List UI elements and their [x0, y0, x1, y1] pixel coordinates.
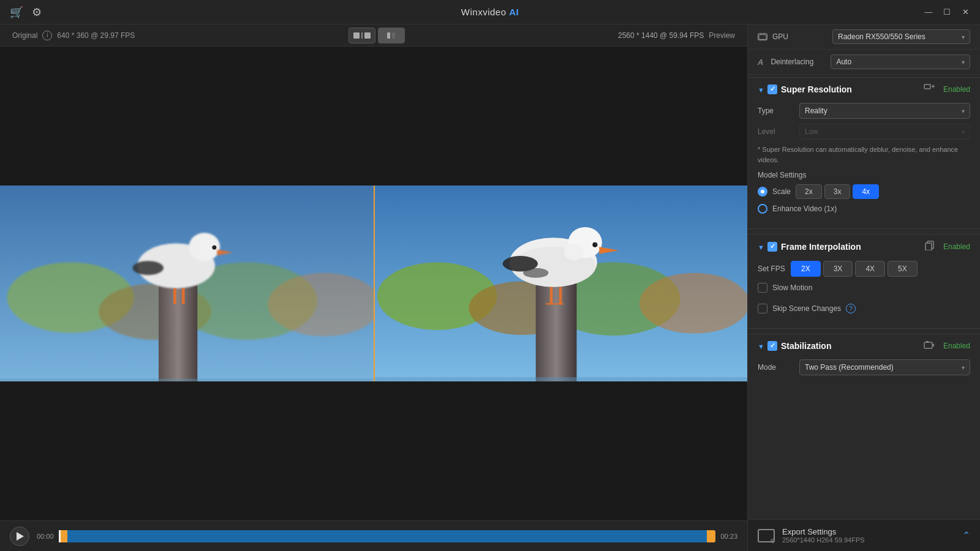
fps-2x-button[interactable]: 2X [791, 261, 821, 277]
stabilization-collapse[interactable]: ▼ [758, 343, 764, 349]
timeline-track[interactable] [59, 530, 716, 542]
video-left-inner [0, 186, 374, 381]
video-info-right: 2560 * 1440 @ 59.94 FPS Preview [618, 31, 735, 40]
fps-3x-button[interactable]: 3X [823, 261, 853, 277]
half-left [387, 32, 390, 39]
svg-point-31 [523, 268, 548, 278]
export-icon-wrap: ⚙ [758, 529, 775, 542]
half-view-button[interactable] [378, 28, 405, 43]
export-title: Export Settings [782, 527, 955, 536]
split-view-button[interactable] [349, 28, 375, 43]
enhance-label: Enhance Video (1x) [772, 204, 837, 213]
export-settings[interactable]: ⚙ Export Settings 2560*1440 H264 59.94FP… [748, 519, 980, 551]
svg-rect-39 [761, 39, 762, 40]
timeline-container: 00:00 00:23 [37, 530, 737, 542]
fps-4x-button[interactable]: 4X [855, 261, 885, 277]
enhance-row: Enhance Video (1x) [758, 204, 970, 214]
deinterlacing-chevron: ▾ [962, 59, 965, 66]
super-resolution-note: * Super Resolution can automatically deb… [758, 144, 970, 165]
level-label: Level [758, 127, 794, 136]
svg-rect-44 [924, 342, 932, 348]
time-end: 00:23 [720, 533, 737, 540]
deinterlace-icon: A [758, 58, 763, 67]
close-button[interactable]: ✕ [960, 7, 970, 17]
scale-2x-button[interactable]: 2x [796, 184, 822, 199]
model-settings-label: Model Settings [758, 171, 970, 179]
svg-rect-40 [764, 39, 765, 40]
enhance-radio[interactable] [758, 204, 767, 214]
svg-rect-32 [550, 287, 553, 305]
skip-scene-checkbox[interactable] [758, 304, 767, 313]
skip-scene-help-icon[interactable]: ? [846, 304, 856, 313]
super-resolution-collapse[interactable]: ▼ [758, 86, 764, 92]
super-resolution-title: Super Resolution [781, 84, 920, 94]
video-right [374, 186, 747, 381]
level-row: Level Low ▾ [758, 124, 970, 140]
svg-point-26 [564, 243, 584, 260]
skip-scene-label: Skip Scene Changes [772, 304, 841, 313]
info-icon[interactable]: i [42, 31, 52, 40]
frame-interpolation-checkbox[interactable]: ✓ [767, 242, 777, 252]
video-divider[interactable] [374, 186, 375, 381]
minimize-button[interactable]: — [924, 7, 933, 17]
video-left-svg [0, 186, 374, 381]
mode-dropdown[interactable]: Two Pass (Recommended) ▾ [799, 359, 970, 375]
settings-icon[interactable]: ⚙ [32, 6, 42, 19]
super-resolution-checkbox[interactable]: ✓ [767, 84, 777, 94]
svg-rect-5 [159, 280, 197, 381]
type-row: Type Reality ▾ [758, 103, 970, 119]
stabilization-camera-icon[interactable] [924, 340, 935, 351]
app-title: Winxvideo AI [461, 7, 519, 17]
scale-radio-label: Scale [772, 187, 791, 196]
mode-label: Mode [758, 363, 794, 372]
frame-interpolation-collapse[interactable]: ▼ [758, 244, 764, 250]
title-bar-left-icons: 🛒 ⚙ [10, 6, 42, 19]
output-specs: 2560 * 1440 @ 59.94 FPS [618, 31, 704, 40]
gpu-row: GPU Radeon RX550/550 Series ▾ [748, 24, 980, 50]
svg-point-28 [592, 242, 597, 247]
type-value: Reality [805, 107, 827, 115]
svg-rect-34 [546, 303, 554, 304]
stabilization-mode-row: Mode Two Pass (Recommended) ▾ [758, 359, 970, 375]
super-resolution-header: ▼ ✓ Super Resolution Enabled [748, 77, 980, 99]
level-value: Low [805, 127, 818, 136]
deinterlacing-label: Deinterlacing [771, 58, 826, 66]
gpu-dropdown[interactable]: Radeon RX550/550 Series ▾ [832, 29, 970, 44]
timeline-right-handle[interactable] [707, 530, 715, 542]
svg-point-12 [132, 261, 164, 275]
play-icon [17, 532, 24, 541]
view-btn-rect2 [364, 32, 371, 39]
fps-5x-button[interactable]: 5X [888, 261, 918, 277]
video-area: Original i 640 * 360 @ 29.97 FPS 2560 * … [0, 24, 747, 551]
right-panel: GPU Radeon RX550/550 Series ▾ A Deinterl… [747, 24, 980, 551]
export-details: 2560*1440 H264 59.94FPS [782, 536, 955, 544]
scale-radio[interactable] [758, 187, 767, 197]
super-resolution-expand-icon[interactable] [924, 84, 935, 94]
timeline-playhead[interactable] [59, 530, 61, 542]
export-gear-icon: ⚙ [770, 538, 777, 545]
svg-rect-46 [926, 341, 929, 343]
play-button[interactable] [10, 527, 29, 546]
video-frame [0, 186, 747, 381]
svg-rect-22 [374, 377, 747, 381]
type-label: Type [758, 107, 794, 115]
gpu-value: Radeon RX550/550 Series [838, 32, 925, 41]
cart-icon[interactable]: 🛒 [10, 6, 23, 19]
frame-interpolation-header: ▼ ✓ Frame Interpolation Enabled [748, 234, 980, 257]
scale-3x-button[interactable]: 3x [824, 184, 851, 199]
stabilization-checkbox[interactable]: ✓ [767, 341, 777, 351]
deinterlacing-row: A Deinterlacing Auto ▾ [748, 50, 980, 75]
export-expand-icon[interactable]: ⌃ [962, 530, 970, 541]
maximize-button[interactable]: ☐ [942, 7, 952, 17]
level-dropdown[interactable]: Low ▾ [799, 124, 970, 140]
slow-motion-checkbox[interactable] [758, 283, 767, 293]
svg-point-29 [595, 243, 596, 244]
svg-rect-36 [759, 34, 766, 39]
stabilization-enabled: Enabled [943, 342, 970, 350]
video-controls: 00:00 00:23 [0, 520, 747, 551]
svg-rect-35 [555, 303, 564, 304]
scale-4x-button[interactable]: 4x [853, 184, 879, 199]
type-dropdown[interactable]: Reality ▾ [799, 103, 970, 119]
frame-interpolation-copy-icon[interactable] [925, 241, 935, 252]
deinterlacing-dropdown[interactable]: Auto ▾ [831, 54, 970, 69]
